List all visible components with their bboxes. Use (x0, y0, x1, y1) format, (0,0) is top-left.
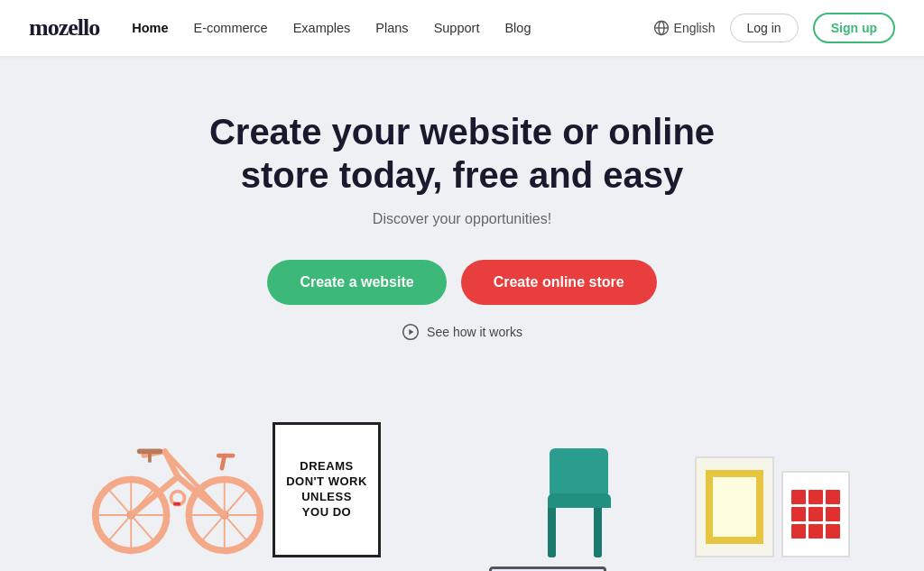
nav-ecommerce[interactable]: E-commerce (193, 21, 267, 35)
hero-section: Create your website or online store toda… (0, 56, 924, 571)
language-button[interactable]: English (653, 20, 716, 36)
svg-rect-27 (173, 502, 180, 506)
hero-subtitle: Discover your opportunities! (18, 211, 906, 227)
monitor (489, 566, 606, 571)
wall-frames (695, 456, 850, 557)
desk-scene: DREAMS DON'T WORK UNLESS YOU DO (56, 368, 868, 571)
svg-line-25 (222, 456, 225, 468)
hero-title: Create your website or online store toda… (173, 110, 751, 197)
bicycle-illustration (92, 413, 263, 557)
nav-plans[interactable]: Plans (375, 21, 408, 35)
language-label: English (674, 21, 716, 35)
brand-logo[interactable]: mozello (29, 14, 99, 41)
svg-marker-4 (409, 329, 413, 336)
create-website-button[interactable]: Create a website (267, 260, 446, 305)
nav-right: English Log in Sign up (653, 13, 895, 43)
play-icon (402, 323, 420, 341)
dreams-poster: DREAMS DON'T WORK UNLESS YOU DO (273, 422, 381, 557)
nav-links: Home E-commerce Examples Plans Support B… (132, 20, 652, 36)
svg-rect-22 (137, 449, 162, 455)
chair (548, 448, 602, 557)
see-how-label: See how it works (427, 325, 522, 339)
nav-home[interactable]: Home (132, 21, 168, 35)
create-store-button[interactable]: Create online store (461, 260, 657, 305)
illustration: DREAMS DON'T WORK UNLESS YOU DO (18, 368, 906, 571)
nav-support[interactable]: Support (434, 21, 480, 35)
nav-blog[interactable]: Blog (504, 21, 531, 35)
see-how-link[interactable]: See how it works (18, 323, 906, 341)
nav-examples[interactable]: Examples (293, 21, 351, 35)
poster-text: DREAMS DON'T WORK UNLESS YOU DO (286, 459, 367, 520)
cta-buttons: Create a website Create online store (18, 260, 906, 305)
login-button[interactable]: Log in (730, 14, 799, 42)
navbar: mozello Home E-commerce Examples Plans S… (0, 0, 924, 56)
signup-button[interactable]: Sign up (813, 13, 895, 43)
globe-icon (653, 20, 670, 36)
